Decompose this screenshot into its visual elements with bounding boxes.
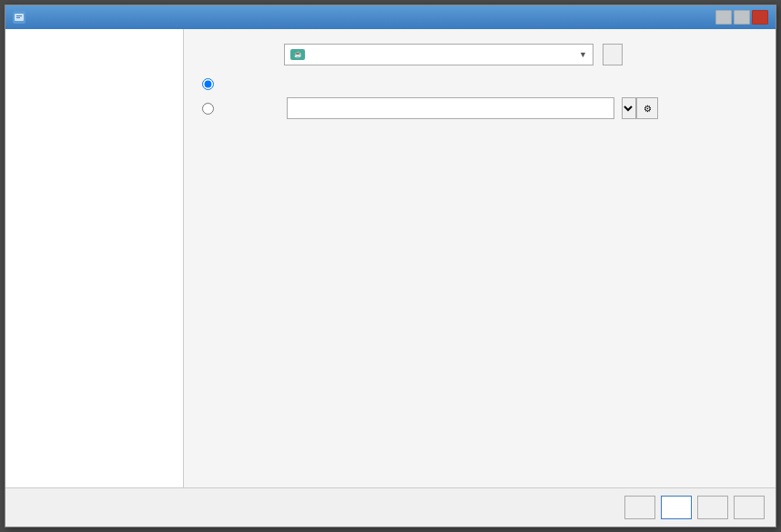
sidebar	[5, 29, 184, 487]
sdk-select-wrapper: ☕ ▼	[284, 44, 593, 65]
title-bar	[5, 5, 776, 29]
title-bar-controls	[715, 10, 768, 25]
main-panel: ☕ ▼	[184, 29, 776, 487]
next-button[interactable]	[661, 496, 692, 519]
default-radio-row	[202, 78, 757, 90]
custom-radio-row: ▼ ⚙	[202, 97, 757, 119]
sdk-icon: ☕	[290, 49, 305, 60]
sdk-dropdown-arrow: ▼	[579, 50, 587, 59]
new-project-dialog: ☕ ▼	[5, 5, 776, 527]
maximize-button[interactable]	[734, 10, 750, 25]
custom-input-controls: ▼ ⚙	[622, 97, 658, 119]
custom-url-wrapper	[287, 97, 614, 119]
help-button[interactable]	[734, 496, 765, 519]
custom-url-dropdown[interactable]: ▼	[622, 97, 636, 119]
svg-rect-2	[16, 15, 22, 16]
default-radio[interactable]	[202, 78, 214, 90]
new-sdk-button[interactable]	[603, 44, 623, 65]
previous-button[interactable]	[624, 496, 655, 519]
cancel-button[interactable]	[697, 496, 728, 519]
dialog-icon	[13, 11, 25, 24]
minimize-button[interactable]	[715, 10, 732, 25]
svg-rect-3	[16, 17, 20, 18]
custom-url-button[interactable]: ⚙	[636, 97, 658, 119]
custom-url-input[interactable]	[287, 97, 614, 119]
close-button[interactable]	[752, 10, 768, 25]
title-bar-left	[13, 11, 31, 24]
sdk-row: ☕ ▼	[202, 44, 757, 65]
content-area: ☕ ▼	[5, 29, 776, 487]
bottom-bar	[5, 487, 776, 527]
sdk-dropdown[interactable]: ☕ ▼	[284, 44, 593, 65]
custom-radio[interactable]	[202, 103, 214, 115]
